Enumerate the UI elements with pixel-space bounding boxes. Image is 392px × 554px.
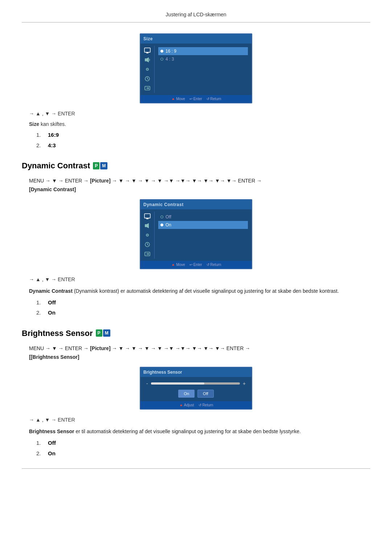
dc-nav-arrow: → ▲ , ▼ → ENTER: [22, 276, 370, 283]
dc-osd-title: Dynamic Contrast: [140, 200, 252, 209]
dc-osd-content: Off On: [155, 212, 252, 259]
bs-osd-title: Brightness Sensor: [140, 368, 252, 377]
bottom-rule: [22, 468, 370, 469]
size-list: 1. 16:9 2. 4:3: [36, 131, 370, 149]
bs-item-1-num: 1.: [36, 439, 44, 447]
bs-footer-adjust: 🔺 Adjust: [179, 402, 194, 408]
size-osd-icons: [140, 46, 155, 93]
bs-menu-path: MENU → ▼ → ENTER → [Picture] → ▼ → ▼ → ▼…: [29, 344, 370, 362]
bs-osd-screen: Brightness Sensor - + On Off 🔺 Adjust ↺ …: [140, 367, 252, 410]
bs-desc-bold: Brightness Sensor: [29, 428, 74, 434]
dc-list-item-2: 2. On: [36, 309, 370, 317]
osd-icon-picture: [143, 47, 151, 54]
dc-footer-enter: ↩ Enter: [189, 262, 202, 267]
osd-icon-sound: [143, 57, 151, 63]
svg-rect-0: [144, 48, 150, 52]
size-item-2-num: 2.: [36, 141, 44, 150]
size-label-bold: Size: [29, 121, 39, 127]
radio-dot-169: [160, 50, 163, 53]
size-osd-title: Size: [140, 34, 252, 44]
size-osd-content: 16 : 9 4 : 3: [155, 46, 252, 93]
size-item-1-label: 16:9: [48, 131, 59, 139]
bs-btn-off[interactable]: Off: [197, 390, 213, 398]
dc-desc-text: Dynamic Contrast (Dynamisk kontrast) er …: [29, 287, 370, 295]
brightness-sensor-heading: Brightness Sensor P M: [22, 327, 370, 339]
dc-item-1-num: 1.: [36, 299, 44, 307]
svg-point-19: [147, 235, 148, 235]
dc-osd-icon-picture: [143, 213, 151, 219]
dc-list: 1. Off 2. On: [36, 299, 370, 317]
dc-osd-body: Off On: [140, 209, 252, 261]
size-osd-item-43: 4 : 3: [158, 55, 248, 63]
bs-list-item-1: 1. Off: [36, 439, 370, 447]
size-item-1-num: 1.: [36, 131, 44, 139]
bs-slider-row: - +: [146, 380, 246, 387]
osd-footer-move: 🔺 Move: [171, 96, 185, 102]
size-nav-arrow: → ▲ , ▼ → ENTER: [22, 110, 370, 118]
osd-icon-input: [143, 85, 151, 91]
bs-bracket-picture: [Picture]: [90, 345, 111, 351]
dc-osd-icon-sound: [143, 222, 151, 229]
svg-rect-3: [145, 58, 147, 61]
badge-m-bs: M: [103, 329, 110, 337]
bs-list-item-2: 2. On: [36, 450, 370, 458]
dc-list-item-1: 1. Off: [36, 299, 370, 307]
dc-item-1-label: Off: [48, 299, 56, 307]
dc-osd-off-label: Off: [166, 214, 171, 220]
bs-osd-footer: 🔺 Adjust ↺ Return: [140, 401, 252, 409]
size-item-2-label: 4:3: [48, 141, 56, 150]
dc-osd-footer: 🔺 Move ↩ Enter ↺ Return: [140, 261, 252, 268]
svg-rect-15: [146, 218, 148, 219]
bs-nav-arrow: → ▲ , ▼ → ENTER: [22, 416, 370, 424]
radio-dot-on-dc: [160, 223, 163, 226]
bs-item-1-label: Off: [48, 439, 56, 447]
dc-item-2-num: 2.: [36, 309, 44, 317]
osd-footer-enter: ↩ Enter: [189, 96, 202, 102]
badge-m-dc: M: [100, 162, 107, 169]
bs-slider-minus: -: [146, 380, 148, 387]
bs-btn-on[interactable]: On: [178, 390, 195, 398]
svg-rect-13: [144, 214, 150, 218]
bs-buttons: On Off: [146, 390, 246, 398]
size-list-item-1: 1. 16:9: [36, 131, 370, 139]
brightness-sensor-title: Brightness Sensor: [22, 327, 93, 339]
osd-icon-time: [143, 75, 151, 82]
bs-slider-fill: [151, 382, 204, 385]
svg-point-6: [147, 69, 148, 70]
brightness-sensor-badges: P M: [96, 329, 110, 337]
svg-marker-25: [148, 253, 149, 255]
dc-osd-icon-time: [143, 241, 151, 248]
page-container: Justering af LCD-skærmen Size: [0, 0, 392, 494]
size-osd-item-43-label: 4 : 3: [166, 56, 174, 62]
osd-icon-settings: [143, 66, 151, 73]
svg-marker-17: [147, 223, 149, 228]
dc-bracket-picture: [Picture]: [90, 178, 111, 184]
bs-bracket-bs: [[Brightness Sensor]: [29, 354, 79, 360]
size-osd-body: 16 : 9 4 : 3: [140, 44, 252, 95]
svg-line-22: [147, 245, 148, 245]
svg-rect-2: [146, 53, 148, 53]
size-can-switch-text: Size kan skiftes.: [29, 120, 370, 128]
dc-osd-on-label: On: [166, 222, 171, 228]
bs-desc-text: Brightness Sensor er til automatisk dete…: [29, 427, 370, 435]
dc-osd-item-off: Off: [158, 213, 248, 221]
dc-desc-rest: (Dynamisk kontrast) er automatisk detekt…: [74, 288, 339, 294]
size-osd-screen: Size: [140, 33, 252, 103]
bs-item-2-num: 2.: [36, 450, 44, 458]
size-label-rest: kan skiftes.: [41, 121, 66, 127]
bs-desc-rest: er til automatisk detektering af det vis…: [75, 428, 301, 434]
dc-bracket-dc: [Dynamic Contrast]: [29, 186, 76, 192]
bs-slider-track: [151, 382, 240, 385]
radio-dot-43: [160, 58, 163, 61]
dc-osd-item-on: On: [158, 221, 248, 229]
size-osd-item-169: 16 : 9: [158, 47, 248, 55]
page-title-text: Justering af LCD-skærmen: [166, 12, 226, 17]
dc-osd-screen: Dynamic Contrast: [140, 199, 252, 269]
page-title: Justering af LCD-skærmen: [22, 11, 370, 22]
size-osd-item-169-label: 16 : 9: [166, 48, 176, 54]
bs-list: 1. Off 2. On: [36, 439, 370, 457]
size-list-item-2: 2. 4:3: [36, 141, 370, 150]
dc-footer-return: ↺ Return: [207, 262, 221, 267]
dynamic-contrast-badges: P M: [93, 162, 107, 169]
bs-item-2-label: On: [48, 450, 56, 458]
